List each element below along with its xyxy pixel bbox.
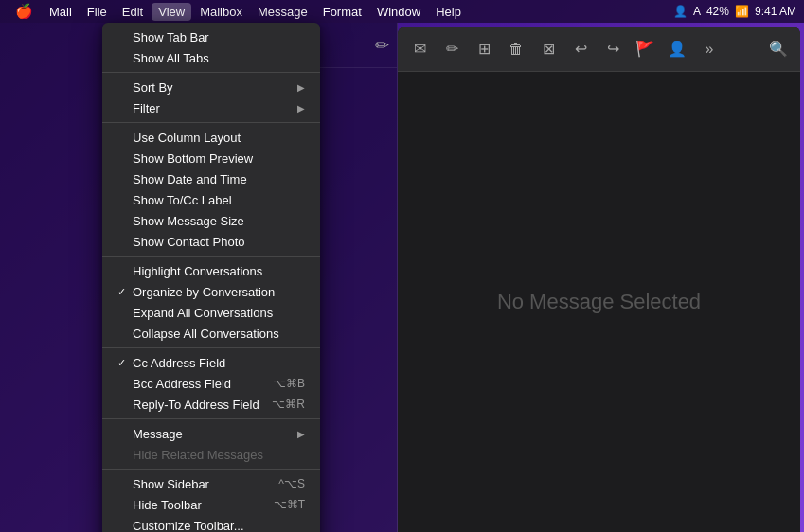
menu-item-customize-toolbar[interactable]: Customize Toolbar... [102, 515, 320, 532]
person-icon: 👤 [673, 5, 688, 18]
apple-menu-item[interactable]: 🍎 [8, 1, 41, 22]
shortcut-bcc-address: ⌥⌘B [273, 377, 305, 390]
menu-label-cc-address-field: Cc Address Field [133, 356, 305, 370]
menu-label-show-message-size: Show Message Size [133, 214, 305, 228]
menubar-left: 🍎 Mail File Edit View Mailbox Message Fo… [8, 1, 468, 22]
separator-4 [102, 347, 320, 348]
menu-item-filter[interactable]: Filter ▶ [102, 98, 320, 118]
menu-label-use-column-layout: Use Column Layout [133, 131, 305, 145]
arrow-filter: ▶ [297, 103, 305, 114]
menu-label-hide-toolbar: Hide Toolbar [133, 498, 266, 512]
menu-label-show-bottom-preview: Show Bottom Preview [133, 151, 305, 166]
toolbar-overflow-button[interactable]: » [695, 35, 724, 63]
menu-item-bcc-address-field[interactable]: Bcc Address Field ⌥⌘B [102, 373, 320, 394]
menu-item-use-column-layout[interactable]: Use Column Layout [102, 127, 320, 148]
menu-label-message: Message [133, 427, 297, 441]
menu-item-organize-by-conversation[interactable]: ✓ Organize by Conversation [102, 281, 320, 302]
toolbar-delete-button[interactable]: 🗑 [502, 35, 530, 63]
toolbar-new-message-button[interactable]: ✉ [405, 35, 434, 63]
arrow-sort-by: ▶ [297, 82, 305, 93]
menu-item-sort-by[interactable]: Sort By ▶ [102, 77, 320, 98]
toolbar-flag-button[interactable]: 🚩 [631, 35, 659, 63]
separator-1 [102, 72, 320, 73]
separator-3 [102, 256, 320, 257]
menu-item-message[interactable]: Message ▶ [102, 423, 320, 444]
compose-button[interactable]: ✏ [375, 35, 389, 56]
menubar-item-edit[interactable]: Edit [116, 3, 150, 21]
menu-label-highlight-conversations: Highlight Conversations [133, 264, 305, 278]
menubar-item-view[interactable]: View [152, 3, 191, 21]
menu-label-expand-all-conversations: Expand All Conversations [133, 306, 305, 320]
menu-label-sort-by: Sort By [133, 80, 297, 95]
toolbar-contact-button[interactable]: 👤 [663, 35, 691, 63]
checkmark-cc-address: ✓ [117, 357, 131, 369]
menubar-item-format[interactable]: Format [316, 3, 368, 21]
menu-item-replyto-address-field[interactable]: Reply-To Address Field ⌥⌘R [102, 394, 320, 415]
menu-item-show-sidebar[interactable]: Show Sidebar ^⌥S [102, 473, 320, 494]
main-area: ✉ ✏ ⊞ 🗑 ⊠ ↩ ↪ 🚩 👤 » 🔍 No Message Selecte… [398, 27, 800, 532]
menu-item-show-date-time[interactable]: Show Date and Time [102, 168, 320, 189]
toolbar-compose-button[interactable]: ✏ [438, 35, 466, 63]
menubar-item-message[interactable]: Message [251, 3, 314, 21]
menu-label-show-sidebar: Show Sidebar [133, 477, 271, 491]
toolbar-forward-button[interactable]: ↪ [599, 35, 627, 63]
menu-label-filter: Filter [133, 101, 297, 115]
shortcut-hide-toolbar: ⌥⌘T [274, 498, 305, 511]
toolbar-reply-button[interactable]: ↩ [566, 35, 595, 63]
menu-label-customize-toolbar: Customize Toolbar... [133, 519, 305, 533]
shortcut-replyto-address: ⌥⌘R [272, 398, 305, 411]
battery-indicator: 42% [706, 5, 729, 18]
toolbar-grid-button[interactable]: ⊞ [470, 35, 498, 63]
menu-label-show-tab-bar: Show Tab Bar [133, 30, 305, 44]
menubar-item-mail[interactable]: Mail [43, 3, 79, 21]
menu-item-hide-related-messages: Hide Related Messages [102, 444, 320, 465]
separator-6 [102, 469, 320, 470]
arrow-message: ▶ [297, 429, 305, 439]
menubar-item-help[interactable]: Help [429, 3, 468, 21]
menu-label-show-tocc-label: Show To/Cc Label [133, 193, 305, 207]
menu-label-bcc-address-field: Bcc Address Field [133, 377, 265, 391]
menubar: 🍎 Mail File Edit View Mailbox Message Fo… [0, 0, 804, 23]
menu-label-replyto-address-field: Reply-To Address Field [133, 398, 264, 412]
menu-item-highlight-conversations[interactable]: Highlight Conversations [102, 260, 320, 281]
toolbar: ✉ ✏ ⊞ 🗑 ⊠ ↩ ↪ 🚩 👤 » 🔍 [398, 27, 800, 72]
shortcut-show-sidebar: ^⌥S [278, 477, 305, 490]
menubar-item-window[interactable]: Window [370, 3, 427, 21]
view-dropdown-menu: Show Tab Bar Show All Tabs Sort By ▶ Fil… [102, 23, 320, 532]
a-label: A [693, 5, 701, 18]
menubar-item-mailbox[interactable]: Mailbox [193, 3, 249, 21]
menu-item-hide-toolbar[interactable]: Hide Toolbar ⌥⌘T [102, 494, 320, 515]
menu-item-show-contact-photo[interactable]: Show Contact Photo [102, 231, 320, 252]
message-area: No Message Selected [398, 72, 800, 532]
checkmark-organize: ✓ [117, 286, 131, 298]
menu-label-collapse-all-conversations: Collapse All Conversations [133, 327, 305, 341]
toolbar-archive-button[interactable]: ⊠ [534, 35, 563, 63]
menubar-item-file[interactable]: File [80, 3, 114, 21]
separator-2 [102, 122, 320, 123]
menu-label-organize-by-conversation: Organize by Conversation [133, 285, 305, 299]
menu-item-show-bottom-preview[interactable]: Show Bottom Preview [102, 148, 320, 168]
menu-label-show-contact-photo: Show Contact Photo [133, 235, 305, 249]
menu-item-show-tocc-label[interactable]: Show To/Cc Label [102, 189, 320, 210]
toolbar-search-button[interactable]: 🔍 [764, 35, 793, 63]
menu-item-cc-address-field[interactable]: ✓ Cc Address Field [102, 352, 320, 373]
wifi-icon: 📶 [735, 5, 749, 18]
separator-5 [102, 418, 320, 419]
menu-item-show-message-size[interactable]: Show Message Size [102, 210, 320, 231]
no-message-label: No Message Selected [497, 290, 701, 314]
menu-label-show-date-time: Show Date and Time [133, 172, 305, 186]
menubar-right: 👤 A 42% 📶 9:41 AM [673, 5, 796, 18]
menu-item-show-all-tabs[interactable]: Show All Tabs [102, 47, 320, 68]
time-display: 9:41 AM [755, 5, 796, 18]
menu-label-hide-related-messages: Hide Related Messages [133, 448, 305, 462]
menu-item-collapse-all-conversations[interactable]: Collapse All Conversations [102, 323, 320, 344]
menu-item-show-tab-bar[interactable]: Show Tab Bar [102, 27, 320, 47]
menu-item-expand-all-conversations[interactable]: Expand All Conversations [102, 302, 320, 323]
menu-label-show-all-tabs: Show All Tabs [133, 51, 305, 65]
